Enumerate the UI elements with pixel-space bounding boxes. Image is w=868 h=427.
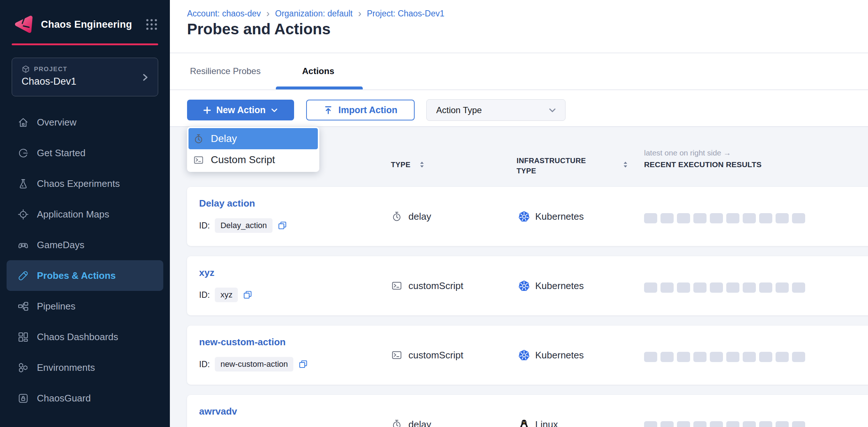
action-name-link[interactable]: new-custom-action — [199, 336, 286, 348]
flask-icon — [18, 178, 29, 189]
type-cell: delay — [391, 395, 431, 427]
sidebar-item-chaosguard[interactable]: ChaosGuard — [7, 383, 163, 413]
execution-result-placeholder — [710, 282, 723, 293]
recent-executions-strip — [644, 213, 805, 223]
recent-results-hint: latest one on right side → — [644, 149, 731, 157]
type-cell: customScript — [391, 256, 463, 315]
hexagons-icon — [18, 362, 29, 373]
execution-result-placeholder — [710, 421, 723, 427]
action-type-select[interactable]: Action Type — [426, 99, 566, 121]
action-name-link[interactable]: xyz — [199, 267, 214, 278]
copy-icon[interactable] — [277, 220, 288, 231]
action-id: ID: Delay_action — [199, 218, 288, 233]
execution-result-placeholder — [677, 421, 690, 427]
terminal-icon — [193, 155, 204, 165]
new-action-button[interactable]: New Action — [187, 100, 294, 120]
action-name-link[interactable]: awrvadv — [199, 406, 237, 417]
infrastructure-cell: Linux — [518, 395, 558, 427]
page-title: Probes and Actions — [187, 20, 331, 38]
tab-resilience-probes[interactable]: Resilience Probes — [190, 66, 260, 76]
main-content: Account: chaos-dev › Organization: defau… — [170, 0, 868, 427]
sidebar-item-environments[interactable]: Environments — [7, 352, 163, 383]
kubernetes-icon — [518, 349, 530, 361]
sort-icon[interactable] — [623, 161, 628, 168]
menu-item-delay[interactable]: Delay — [189, 128, 318, 149]
type-cell: delay — [391, 187, 431, 246]
sort-icon[interactable] — [419, 161, 425, 168]
new-action-menu: Delay Custom Script — [187, 127, 319, 172]
sidebar-item-probes-actions[interactable]: Probes & Actions — [7, 260, 163, 291]
import-action-button[interactable]: Import Action — [306, 100, 415, 120]
chevron-down-icon — [548, 105, 557, 115]
action-row: xyz ID: xyz customScript Kubernetes — [187, 256, 868, 315]
tab-actions[interactable]: Actions — [302, 66, 334, 76]
column-header-recent-execution-results: RECENT EXECUTION RESULTS — [644, 160, 762, 169]
sidebar-item-label: ChaosGuard — [37, 393, 91, 404]
breadcrumb-separator-icon: › — [358, 9, 361, 19]
execution-result-placeholder — [677, 352, 690, 362]
chevron-right-icon — [140, 72, 151, 83]
sidebar-item-gamedays[interactable]: GameDays — [7, 230, 163, 260]
copy-icon[interactable] — [298, 359, 308, 369]
execution-result-placeholder — [644, 352, 657, 362]
execution-result-placeholder — [660, 421, 674, 427]
action-row: new-custom-action ID: new-custom-action … — [187, 326, 868, 385]
breadcrumb-project-link[interactable]: Project: Chaos-Dev1 — [367, 9, 444, 19]
project-label: PROJECT — [34, 66, 68, 73]
action-row: Delay action ID: Delay_action delay Kube… — [187, 187, 868, 246]
tabs-divider — [170, 89, 868, 90]
gamepad-icon — [18, 239, 29, 251]
execution-result-placeholder — [726, 282, 739, 293]
action-id-pill: new-custom-action — [215, 357, 293, 372]
chaos-engineering-logo-icon — [13, 14, 34, 35]
linux-icon — [518, 419, 530, 427]
terminal-icon — [391, 350, 402, 361]
execution-result-placeholder — [693, 213, 707, 223]
copy-icon[interactable] — [243, 290, 253, 300]
sidebar-item-get-started[interactable]: Get Started — [7, 138, 163, 168]
chevron-down-icon — [270, 106, 279, 115]
execution-result-placeholder — [759, 352, 772, 362]
execution-result-placeholder — [644, 282, 657, 293]
execution-result-placeholder — [743, 421, 756, 427]
execution-result-placeholder — [776, 213, 789, 223]
type-value: customScript — [408, 280, 463, 292]
project-selector[interactable]: PROJECT Chaos-Dev1 — [12, 58, 158, 96]
breadcrumb-account-link[interactable]: Account: chaos-dev — [187, 9, 261, 19]
upload-icon — [323, 105, 333, 115]
action-name-link[interactable]: Delay action — [199, 198, 255, 209]
execution-result-placeholder — [693, 421, 707, 427]
column-header-infrastructure-type[interactable]: INFRASTRUCTURE TYPE — [517, 155, 606, 176]
kubernetes-icon — [518, 211, 530, 223]
sidebar-item-label: Pipelines — [37, 301, 76, 312]
get-started-icon — [18, 147, 29, 159]
column-header-type[interactable]: TYPE — [391, 161, 411, 169]
infrastructure-value: Kubernetes — [535, 350, 584, 361]
sidebar-item-label: Overview — [37, 117, 76, 128]
action-id: ID: new-custom-action — [199, 357, 308, 372]
sidebar-item-label: Get Started — [37, 147, 85, 159]
sidebar-item-label: GameDays — [37, 239, 84, 251]
infrastructure-value: Kubernetes — [535, 211, 584, 222]
execution-result-placeholder — [743, 282, 756, 293]
execution-result-placeholder — [660, 352, 674, 362]
sidebar-header: Chaos Engineering — [13, 13, 158, 36]
sidebar-item-pipelines[interactable]: Pipelines — [7, 291, 163, 322]
execution-result-placeholder — [677, 282, 690, 293]
id-label: ID: — [199, 221, 210, 231]
dashboards-icon — [18, 331, 29, 343]
type-value: delay — [408, 419, 431, 427]
execution-result-placeholder — [792, 421, 805, 427]
execution-result-placeholder — [743, 352, 756, 362]
sidebar-item-chaos-dashboards[interactable]: Chaos Dashboards — [7, 322, 163, 352]
execution-result-placeholder — [660, 282, 674, 293]
sidebar-item-overview[interactable]: Overview — [7, 107, 163, 138]
breadcrumb-organization-link[interactable]: Organization: default — [275, 9, 353, 19]
module-switcher-icon[interactable] — [145, 18, 158, 31]
menu-item-custom-script[interactable]: Custom Script — [189, 149, 318, 170]
sidebar-item-chaos-experiments[interactable]: Chaos Experiments — [7, 168, 163, 199]
execution-result-placeholder — [726, 352, 739, 362]
execution-result-placeholder — [743, 213, 756, 223]
breadcrumb: Account: chaos-dev › Organization: defau… — [187, 9, 444, 19]
sidebar-item-application-maps[interactable]: Application Maps — [7, 199, 163, 230]
